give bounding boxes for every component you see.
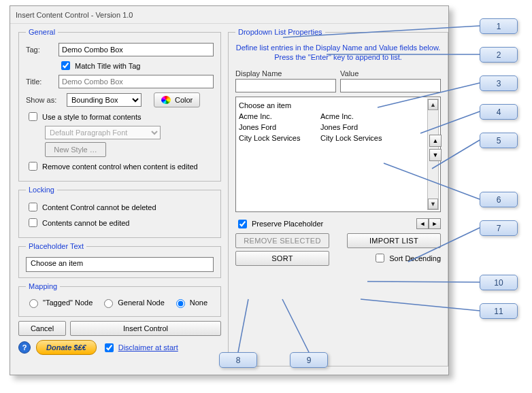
callout-8: 8 [219, 352, 257, 368]
cannot-edit-checkbox[interactable]: Contents cannot be edited [26, 216, 129, 229]
right-column: Dropdown List Properties Define list ent… [228, 28, 439, 366]
insert-control-button[interactable]: Insert Control [70, 321, 221, 336]
entries-listbox[interactable]: Choose an itemAcme Inc.Acme Inc.Jones Fo… [235, 97, 441, 212]
callout-7: 7 [480, 220, 518, 236]
showas-label: Show as: [26, 96, 64, 104]
column-stepper[interactable]: ◄ ► [416, 218, 441, 229]
dropdown-group: Dropdown List Properties Define list ent… [228, 28, 448, 366]
locking-group: Locking Content Control cannot be delete… [18, 186, 221, 238]
new-style-button: New Style … [45, 142, 106, 157]
general-legend: General [26, 28, 58, 36]
color-button[interactable]: Color [154, 92, 200, 107]
callout-9: 9 [290, 352, 328, 368]
sort-desc-checkbox[interactable]: Sort Decending [373, 252, 441, 264]
callout-3: 3 [480, 75, 518, 91]
callout-10: 10 [480, 275, 518, 290]
mapping-legend: Mapping [26, 282, 60, 290]
remove-on-edit-checkbox[interactable]: Remove content control when content is e… [26, 160, 198, 173]
move-down-button[interactable]: ▼ [429, 149, 442, 161]
mapping-group: Mapping "Tagged" Node General Node None [18, 282, 221, 317]
placeholder-legend: Placeholder Text [26, 242, 86, 250]
match-title-checkbox-input[interactable] [61, 61, 70, 70]
general-group: General Tag: Match Title with Tag Title: [18, 28, 221, 182]
cannot-edit-checkbox-input[interactable] [29, 218, 37, 227]
mapping-general-radio[interactable]: General Node [101, 297, 165, 308]
palette-icon [161, 96, 171, 104]
list-item[interactable]: Acme Inc.Acme Inc. [239, 111, 425, 122]
tag-label: Tag: [26, 46, 56, 54]
disclaimer-checkbox-input[interactable] [105, 343, 114, 352]
step-left-icon[interactable]: ◄ [416, 218, 429, 229]
callout-1: 1 [480, 18, 518, 34]
mapping-none-radio[interactable]: None [173, 297, 207, 308]
match-title-checkbox[interactable]: Match Title with Tag [59, 59, 140, 72]
displayname-header: Display Name [235, 69, 336, 78]
locking-legend: Locking [26, 186, 57, 194]
sort-button[interactable]: SORT [235, 251, 329, 266]
tag-input[interactable] [59, 43, 214, 56]
remove-on-edit-label: Remove content control when content is e… [42, 163, 198, 171]
donate-button[interactable]: Donate $₤€ [36, 340, 97, 355]
callout-4: 4 [480, 104, 518, 120]
scroll-up-icon[interactable]: ▲ [428, 99, 438, 110]
usestyle-checkbox[interactable]: Use a style to format contents [26, 110, 142, 123]
sort-desc-checkbox-input[interactable] [376, 254, 384, 262]
left-column: General Tag: Match Title with Tag Title: [18, 28, 221, 355]
import-list-button[interactable]: IMPORT LIST [347, 233, 441, 248]
match-title-label: Match Title with Tag [75, 62, 140, 70]
disclaimer-checkbox[interactable]: Disclaimer at start [102, 341, 178, 354]
remove-on-edit-checkbox-input[interactable] [29, 162, 37, 171]
list-item[interactable]: Choose an item [239, 100, 425, 111]
value-input[interactable] [340, 79, 441, 92]
list-item[interactable]: City Lock ServicesCity Lock Services [239, 133, 425, 143]
callout-5: 5 [480, 133, 518, 148]
usestyle-label: Use a style to format contents [42, 113, 142, 121]
showas-select[interactable]: Bounding Box [67, 93, 142, 107]
style-select: Default Paragraph Font [45, 126, 161, 139]
list-item[interactable]: Jones FordJones Ford [239, 122, 425, 133]
remove-selected-button: REMOVE SELECTED [235, 233, 329, 248]
move-up-button[interactable]: ▲ [429, 135, 442, 147]
callout-11: 11 [480, 303, 518, 319]
preserve-placeholder-checkbox[interactable]: Preserve Placeholder [235, 218, 323, 230]
callout-6: 6 [480, 192, 518, 207]
cannot-delete-checkbox[interactable]: Content Control cannot be deleted [26, 201, 156, 213]
title-label: Title: [26, 78, 56, 86]
step-right-icon[interactable]: ► [429, 218, 441, 229]
disclaimer-label: Disclaimer at start [118, 343, 178, 352]
window-title: Insert Content Control - Version 1.0 [10, 6, 448, 24]
scroll-down-icon[interactable]: ▼ [428, 199, 438, 209]
dropdown-instructions: Define list entries in the Display Name … [235, 43, 441, 63]
color-label: Color [175, 96, 193, 104]
help-icon[interactable]: ? [18, 341, 31, 354]
callout-2: 2 [480, 47, 518, 63]
placeholder-group: Placeholder Text Choose an item [18, 242, 221, 278]
cannot-delete-checkbox-input[interactable] [29, 203, 37, 211]
dialog-window: Insert Content Control - Version 1.0 Gen… [10, 5, 449, 375]
value-header: Value [340, 69, 441, 78]
usestyle-checkbox-input[interactable] [29, 112, 37, 121]
title-input[interactable] [59, 75, 214, 88]
cancel-button[interactable]: Cancel [18, 321, 66, 336]
mapping-tagged-radio[interactable]: "Tagged" Node [26, 297, 93, 308]
displayname-input[interactable] [235, 79, 336, 92]
placeholder-text[interactable]: Choose an item [26, 257, 214, 272]
preserve-placeholder-checkbox-input[interactable] [238, 220, 247, 228]
dropdown-legend: Dropdown List Properties [235, 28, 325, 36]
